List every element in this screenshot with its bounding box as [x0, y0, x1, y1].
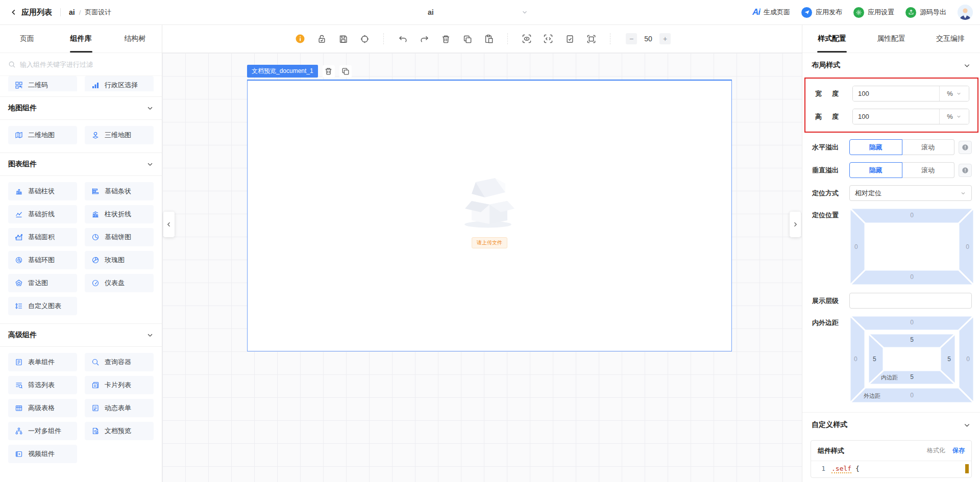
margin-right-value[interactable]: 0 [966, 356, 970, 363]
component-item-basic-hbar[interactable]: 基础条状 [85, 182, 154, 200]
position-left-value[interactable]: 0 [854, 243, 858, 250]
component-item-basic-donut[interactable]: 基础环图 [8, 251, 77, 269]
margin-left-value[interactable]: 0 [854, 356, 857, 363]
position-bottom-value[interactable]: 0 [849, 273, 974, 281]
save-button[interactable] [336, 32, 350, 45]
layout-style-section-header[interactable]: 布局样式 [802, 53, 980, 78]
custom-style-section-header[interactable]: 自定义样式 [802, 413, 980, 437]
position-box-diagram[interactable]: 0 0 0 0 [849, 208, 974, 289]
component-item-bar-line[interactable]: 柱状折线 [85, 205, 154, 223]
preview-button[interactable] [520, 32, 533, 45]
section-header-advanced-components[interactable]: 高级组件 [0, 323, 162, 347]
component-tag[interactable]: 文档预览_document_1 [247, 65, 318, 78]
component-item-rose-chart[interactable]: 玫瑰图 [85, 251, 154, 269]
padding-right-value[interactable]: 5 [947, 356, 951, 363]
component-item-basic-pie[interactable]: 基础饼图 [85, 228, 154, 246]
height-unit-select[interactable]: % [939, 109, 969, 124]
h-overflow-info-button[interactable] [959, 141, 972, 154]
width-unit-select[interactable]: % [939, 86, 969, 101]
v-overflow-info-button[interactable] [959, 164, 972, 177]
css-code-editor[interactable]: 1 .self { [811, 461, 971, 477]
component-item-qrcode[interactable]: 二维码 [8, 76, 77, 91]
upload-file-hint[interactable]: 请上传文件 [472, 237, 507, 248]
dynamic-form-icon [91, 404, 100, 412]
back-to-app-list[interactable]: 应用列表 [21, 8, 52, 17]
section-header-map-components[interactable]: 地图组件 [0, 96, 162, 120]
padding-left-value[interactable]: 5 [873, 356, 876, 363]
position-mode-select[interactable]: 相对定位 [849, 185, 972, 201]
copy-button[interactable] [460, 32, 474, 45]
v-overflow-hidden-option[interactable]: 隐藏 [849, 162, 902, 178]
component-search-input[interactable] [20, 61, 154, 68]
component-item-dynamic-form[interactable]: 动态表单 [85, 399, 154, 417]
tab-property-config[interactable]: 属性配置 [862, 25, 921, 53]
format-code-button[interactable]: 格式化 [927, 446, 945, 455]
tab-style-config[interactable]: 样式配置 [802, 25, 862, 53]
zoom-in-button[interactable]: + [659, 33, 671, 44]
tab-interaction-config[interactable]: 交互编排 [921, 25, 980, 53]
component-item-basic-bar[interactable]: 基础柱状 [8, 182, 77, 200]
margin-top-value[interactable]: 0 [849, 319, 974, 326]
h-overflow-hidden-option[interactable]: 隐藏 [849, 139, 902, 155]
page-selector-dropdown[interactable]: ai [413, 0, 528, 25]
component-item-filter-list[interactable]: 筛选列表 [8, 376, 77, 394]
component-item-basic-line[interactable]: 基础折线 [8, 205, 77, 223]
position-right-value[interactable]: 0 [966, 243, 969, 250]
component-delete-button[interactable] [323, 65, 335, 78]
position-top-value[interactable]: 0 [849, 212, 974, 219]
undo-button[interactable] [396, 32, 409, 45]
zoom-out-button[interactable]: − [626, 33, 637, 44]
z-index-input[interactable] [849, 293, 972, 309]
paste-button[interactable] [482, 32, 495, 45]
component-item-radar-chart[interactable]: 雷达图 [8, 274, 77, 292]
back-icon[interactable] [10, 9, 17, 16]
component-item-map2d[interactable]: 二维地图 [8, 126, 77, 144]
width-input[interactable] [853, 86, 939, 101]
component-list-scroll[interactable]: 二维码 行政区选择 地图组件 二维地图 三维地图 图表组件 [0, 76, 162, 482]
generate-page-button[interactable]: Ai 生成页面 [752, 7, 790, 17]
source-code-button[interactable] [542, 32, 555, 45]
component-item-map3d[interactable]: 三维地图 [85, 126, 154, 144]
canvas-frame-button[interactable] [584, 32, 598, 45]
locate-button[interactable] [358, 32, 371, 45]
component-item-one-to-many[interactable]: 一对多组件 [8, 422, 77, 440]
tab-pages[interactable]: 页面 [0, 25, 54, 53]
component-item-gauge[interactable]: 仪表盘 [85, 274, 154, 292]
canvas-grid[interactable]: 文档预览_document_1 [162, 53, 802, 482]
component-item-query-container[interactable]: 查询容器 [85, 353, 154, 371]
component-item-card-list[interactable]: 卡片列表 [85, 376, 154, 394]
padding-top-value[interactable]: 5 [849, 336, 974, 343]
component-copy-button[interactable] [339, 65, 352, 78]
h-overflow-scroll-option[interactable]: 滚动 [902, 139, 955, 155]
collapse-left-panel-handle[interactable] [163, 212, 175, 237]
delete-button[interactable] [439, 32, 452, 45]
height-input[interactable] [853, 109, 939, 124]
margin-padding-diagram[interactable]: 0 5 0 5 5 0 5 内边距 0 外边距 [849, 315, 974, 407]
save-style-button[interactable]: 保存 [952, 446, 965, 455]
section-header-chart-components[interactable]: 图表组件 [0, 153, 162, 176]
selected-document-preview-component[interactable]: 文档预览_document_1 [247, 80, 732, 351]
app-publish-button[interactable]: 应用发布 [801, 7, 842, 18]
collapse-right-panel-handle[interactable] [790, 212, 801, 237]
redo-button[interactable] [418, 32, 431, 45]
tab-component-library[interactable]: 组件库 [54, 25, 108, 53]
component-item-advanced-table[interactable]: 高级表格 [8, 399, 77, 417]
page-validate-button[interactable] [563, 32, 576, 45]
tab-structure-tree[interactable]: 结构树 [108, 25, 162, 53]
component-item-custom-chart[interactable]: 自定义图表 [8, 297, 77, 315]
component-item-document-preview[interactable]: 文档预览 [85, 422, 154, 440]
page-info-button[interactable] [293, 32, 307, 45]
source-export-button[interactable]: 源码导出 [905, 7, 946, 18]
component-item-basic-area[interactable]: 基础面积 [8, 228, 77, 246]
component-item-video[interactable]: 视频组件 [8, 445, 77, 463]
breadcrumb-app-name[interactable]: ai [69, 8, 75, 16]
chevron-down-icon [956, 114, 962, 119]
app-settings-button[interactable]: 应用设置 [853, 7, 894, 18]
user-avatar[interactable] [958, 5, 973, 20]
component-item-form[interactable]: 表单组件 [8, 353, 77, 371]
region-select-icon [91, 81, 100, 89]
padding-bottom-value[interactable]: 5 [849, 373, 974, 380]
v-overflow-scroll-option[interactable]: 滚动 [902, 162, 955, 178]
component-item-region-select[interactable]: 行政区选择 [85, 76, 154, 91]
lock-button[interactable] [315, 32, 328, 45]
